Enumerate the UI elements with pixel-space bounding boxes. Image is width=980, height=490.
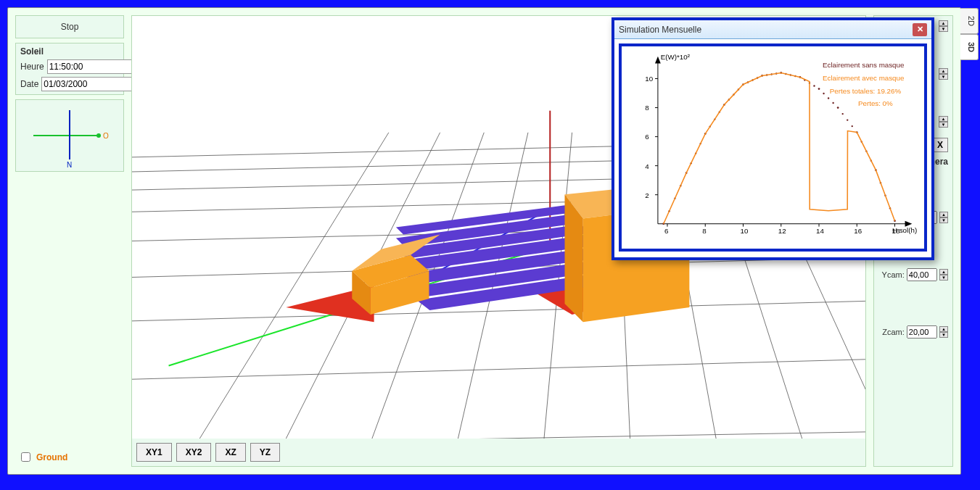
svg-text:10: 10 — [645, 75, 653, 83]
tab-2d[interactable]: 2D — [960, 8, 979, 34]
svg-line-13 — [132, 431, 865, 439]
svg-point-112 — [837, 107, 839, 109]
irradiance-chart: E(W)*10² H sol(h) Eclairement sans masqu… — [622, 46, 924, 249]
view-buttons-row: XY1 XY2 XZ YZ — [132, 439, 865, 466]
svg-point-109 — [823, 93, 824, 94]
view-xy1-button[interactable]: XY1 — [136, 443, 172, 462]
ycam-spinner[interactable]: ▲▼ — [939, 269, 948, 281]
hour-label: Heure — [20, 62, 44, 72]
spinner-3[interactable]: ▲▼ — [939, 116, 948, 128]
panel-close-button[interactable]: X — [932, 138, 948, 152]
zcam-spinner[interactable]: ▲▼ — [939, 326, 948, 338]
svg-point-114 — [847, 119, 848, 120]
svg-point-111 — [832, 102, 833, 104]
ground-checkbox[interactable] — [21, 452, 30, 462]
svg-line-11 — [132, 300, 865, 322]
svg-marker-44 — [655, 57, 661, 64]
simulation-popup: Simulation Mensuelle ✕ E(W)*10² H sol(h)… — [612, 17, 934, 260]
sun-group-title: Soleil — [20, 46, 119, 57]
left-panel: Stop Soleil Heure ▲▼ Date ▾ O N — [15, 15, 124, 467]
spinner-1[interactable]: ▲▼ — [939, 20, 948, 32]
svg-point-115 — [852, 125, 853, 127]
ycam-input[interactable] — [907, 268, 937, 281]
svg-text:Pertes: 0%: Pertes: 0% — [858, 99, 893, 107]
view-xz-button[interactable]: XZ — [215, 443, 245, 462]
svg-text:6: 6 — [664, 227, 668, 235]
svg-text:10: 10 — [741, 227, 749, 235]
svg-point-113 — [842, 113, 844, 115]
svg-text:2: 2 — [645, 191, 648, 199]
date-label: Date — [20, 79, 38, 89]
popup-close-button[interactable]: ✕ — [913, 23, 927, 36]
svg-marker-45 — [905, 221, 913, 227]
svg-text:18: 18 — [892, 227, 900, 235]
compass-icon: O N — [26, 103, 113, 168]
svg-text:16: 16 — [854, 227, 862, 235]
tab-3d[interactable]: 3D — [960, 34, 979, 60]
svg-text:Eclairement avec masque: Eclairement avec masque — [823, 74, 904, 82]
view-xy2-button[interactable]: XY2 — [176, 443, 212, 462]
svg-text:N: N — [67, 161, 72, 168]
popup-title-text: Simulation Mensuelle — [619, 25, 913, 35]
ycam-label: Ycam: — [878, 270, 905, 279]
ground-toggle-row: Ground — [15, 447, 124, 467]
svg-text:Pertes totales: 19.26%: Pertes totales: 19.26% — [830, 87, 902, 95]
svg-text:Eclairement sans masque: Eclairement sans masque — [823, 61, 904, 69]
svg-text:4: 4 — [645, 162, 649, 170]
sun-group: Soleil Heure ▲▼ Date ▾ — [15, 43, 124, 95]
svg-text:O: O — [103, 132, 109, 140]
xcam-spinner[interactable]: ▲▼ — [939, 212, 948, 223]
svg-point-107 — [813, 85, 815, 86]
svg-text:8: 8 — [645, 104, 648, 112]
zcam-input[interactable] — [907, 325, 937, 339]
popup-body: E(W)*10² H sol(h) Eclairement sans masqu… — [619, 43, 927, 252]
compass-widget[interactable]: O N — [15, 99, 124, 172]
ground-label: Ground — [36, 452, 67, 462]
svg-text:E(W)*10²: E(W)*10² — [661, 53, 691, 61]
svg-line-12 — [132, 358, 865, 380]
svg-point-108 — [818, 88, 820, 90]
svg-text:6: 6 — [645, 133, 648, 141]
view-yz-button[interactable]: YZ — [250, 443, 280, 462]
spinner-2[interactable]: ▲▼ — [939, 68, 948, 80]
zcam-label: Zcam: — [878, 328, 905, 336]
svg-text:12: 12 — [778, 227, 786, 235]
svg-text:8: 8 — [702, 227, 706, 235]
svg-text:14: 14 — [816, 227, 824, 235]
right-view-tabs: 2D 3D — [960, 8, 979, 60]
svg-point-110 — [828, 97, 829, 99]
stop-button[interactable]: Stop — [15, 15, 124, 38]
popup-titlebar[interactable]: Simulation Mensuelle ✕ — [614, 20, 931, 39]
svg-point-1 — [96, 133, 101, 138]
